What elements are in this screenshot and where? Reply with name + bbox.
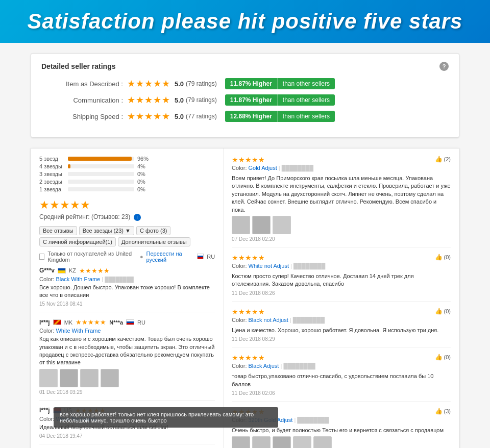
avg-rating-section: ★ ★ ★ ★ ★ Средний рейтинг: (Отзывов: 23)… bbox=[39, 198, 215, 221]
review-item-1: I***j MK ★ ★ ★ ★ ★ N***a RU Color: White… bbox=[39, 318, 215, 401]
badge-container-2: 12.68% Higher than other sellers bbox=[225, 111, 335, 122]
review-thumb[interactable] bbox=[232, 436, 250, 448]
reviews-right: ★ ★ ★ ★ ★ Color: Gold Adjust | ████████ … bbox=[224, 148, 459, 448]
review-right-2: ★ ★ ★ ★ ★ Color: Black not Adjust | ████… bbox=[232, 308, 451, 347]
star-dist-row-2: 2 звезды 0% bbox=[39, 179, 215, 185]
seller-ratings-card: Detailed seller ratings ? Item as Descri… bbox=[31, 53, 459, 138]
filter-bar: Все отзывы Все звезды (23) ▼ С фото (3) … bbox=[39, 226, 215, 246]
badge-container-1: 11.87% Higher than other sellers bbox=[225, 94, 335, 106]
review-thumb[interactable] bbox=[273, 216, 291, 234]
uk-only-checkbox[interactable] bbox=[39, 254, 44, 260]
star-dist-row-3: 3 звезды 0% bbox=[39, 171, 215, 177]
review-thumb[interactable] bbox=[252, 436, 271, 448]
badge-container-0: 11.87% Higher than other sellers bbox=[225, 78, 335, 89]
kz-flag bbox=[58, 268, 66, 273]
mk-flag bbox=[53, 319, 61, 325]
review-thumb[interactable] bbox=[273, 436, 291, 448]
filter-stars[interactable]: Все звезды (23) ▼ bbox=[79, 226, 134, 235]
review-thumb[interactable] bbox=[80, 369, 99, 387]
star-dist-row-5: 5 звезд 96% bbox=[39, 156, 215, 162]
review-images-1 bbox=[39, 369, 215, 387]
rating-row-2: Shipping Speed : ★ ★ ★ ★ ★ 5.0 (77 ratin… bbox=[41, 111, 449, 122]
translate-row: Только от покупателей из United Kingdom … bbox=[39, 251, 215, 263]
review-thumb[interactable] bbox=[293, 436, 311, 448]
reviews-left: 5 звезд 96% 4 звезды 4% 3 звезды bbox=[31, 148, 224, 448]
header-banner: Satisfaction please hit positive five st… bbox=[0, 0, 490, 43]
filter-all[interactable]: Все отзывы bbox=[39, 226, 77, 235]
review-thumb[interactable] bbox=[252, 216, 271, 234]
ru-flag bbox=[197, 254, 204, 259]
seller-ratings-title: Detailed seller ratings ? bbox=[41, 62, 449, 71]
star-dist-row-4: 4 звезды 4% bbox=[39, 163, 215, 169]
filter-additional[interactable]: Дополнительные отзывы bbox=[118, 237, 190, 246]
stars-1: ★ ★ ★ ★ ★ bbox=[127, 94, 170, 106]
review-thumb[interactable] bbox=[313, 436, 332, 448]
star-dist-row-1: 1 звезда 0% bbox=[39, 186, 215, 192]
header-title: Satisfaction please hit positive five st… bbox=[15, 9, 475, 34]
ru-flag-2 bbox=[126, 319, 134, 325]
review-thumb[interactable] bbox=[101, 369, 119, 387]
review-thumb[interactable] bbox=[232, 216, 250, 234]
reviews-section: 5 звезд 96% 4 звезды 4% 3 звезды bbox=[31, 148, 459, 448]
filter-personal[interactable]: С личной информацией(1) bbox=[39, 237, 116, 246]
review-thumb[interactable] bbox=[39, 369, 58, 387]
review-right-3: ★ ★ ★ ★ ★ Color: Black Adjust | ████████… bbox=[232, 354, 451, 402]
rating-row-1: Communication : ★ ★ ★ ★ ★ 5.0 (79 rating… bbox=[41, 94, 449, 106]
avg-stars: ★ ★ ★ ★ ★ bbox=[39, 198, 215, 212]
popup-overlay: все хорошо работает! только нет клея при… bbox=[54, 407, 278, 428]
review-right-images-4 bbox=[232, 436, 451, 448]
main-content: Detailed seller ratings ? Item as Descri… bbox=[0, 43, 490, 448]
stars-0: ★ ★ ★ ★ ★ bbox=[127, 78, 170, 89]
rating-row-0: Item as Described : ★ ★ ★ ★ ★ 5.0 (79 ra… bbox=[41, 78, 449, 89]
review-right-images-0 bbox=[232, 216, 451, 234]
review-right-1: ★ ★ ★ ★ ★ Color: White not Adjust | ████… bbox=[232, 254, 451, 302]
translate-btn[interactable]: Перевести на русский bbox=[146, 251, 194, 263]
help-icon[interactable]: ? bbox=[439, 62, 449, 71]
avg-label: Средний рейтинг: (Отзывов: 23) i bbox=[39, 213, 215, 221]
stars-2: ★ ★ ★ ★ ★ bbox=[127, 111, 170, 122]
review-right-0: ★ ★ ★ ★ ★ Color: Gold Adjust | ████████ … bbox=[232, 156, 451, 247]
star-distribution: 5 звезд 96% 4 звезды 4% 3 звезды bbox=[39, 156, 215, 192]
review-thumb[interactable] bbox=[60, 369, 78, 387]
filter-photo[interactable]: С фото (3) bbox=[136, 226, 170, 235]
review-item-0: G***v KZ ★ ★ ★ ★ ★ Color: Black With Fra… bbox=[39, 267, 215, 313]
